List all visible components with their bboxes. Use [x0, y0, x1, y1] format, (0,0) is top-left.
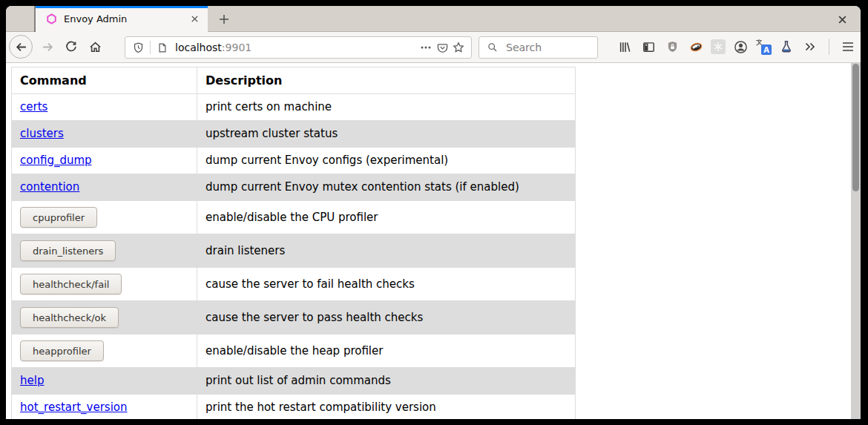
reload-button[interactable] — [59, 35, 83, 59]
titlebar-spacer — [6, 6, 36, 31]
command-cell: contention — [12, 174, 197, 201]
search-input[interactable] — [506, 42, 588, 53]
command-link[interactable]: help — [20, 374, 44, 387]
search-magnifier-icon — [484, 39, 501, 56]
privacy-badger-extension-icon[interactable] — [687, 38, 705, 56]
command-button[interactable]: drain_listeners — [20, 240, 116, 261]
search-box[interactable] — [479, 36, 598, 59]
page-content: Command Description certsprint certs on … — [6, 63, 861, 419]
command-cell: config_dump — [12, 148, 197, 174]
command-cell: cpuprofiler — [12, 201, 197, 234]
toolbar-right-icons: A — [616, 35, 857, 59]
command-button[interactable]: heapprofiler — [20, 340, 104, 361]
table-row: drain_listenersdrain listeners — [12, 234, 576, 268]
overflow-chevron-icon[interactable] — [801, 38, 819, 56]
url-text[interactable]: localhost:9901 — [175, 42, 418, 53]
command-cell: help — [12, 368, 197, 395]
command-cell: drain_listeners — [12, 234, 197, 268]
command-description: drain listeners — [197, 234, 576, 268]
pocket-icon[interactable] — [434, 39, 450, 56]
urlbar-separator — [150, 41, 151, 54]
command-description: cause the server to pass health checks — [197, 301, 576, 335]
command-button[interactable]: healthcheck/ok — [20, 307, 119, 328]
sidebar-icon[interactable] — [640, 38, 657, 56]
scrollbar-thumb[interactable] — [852, 64, 859, 191]
url-bar[interactable]: localhost:9901 — [125, 36, 472, 59]
command-cell: clusters — [12, 121, 197, 148]
library-icon[interactable] — [616, 38, 634, 56]
vertical-scrollbar[interactable] — [851, 63, 861, 419]
shield-lock-extension-icon[interactable] — [663, 38, 681, 56]
command-description: print the hot restart compatibility vers… — [197, 395, 576, 420]
command-description: enable/disable the CPU profiler — [197, 201, 576, 234]
home-button[interactable] — [83, 35, 107, 59]
command-link[interactable]: clusters — [20, 127, 64, 140]
table-row: hot_restart_versionprint the hot restart… — [12, 395, 576, 420]
command-description: dump current Envoy configs (experimental… — [197, 148, 576, 174]
command-cell: hot_restart_version — [12, 395, 197, 420]
page-actions-dots-icon[interactable] — [418, 39, 434, 56]
envoy-favicon-icon — [46, 13, 57, 24]
table-header-row: Command Description — [12, 67, 576, 94]
table-row: helpprint out list of admin commands — [12, 368, 576, 395]
admin-command-table: Command Description certsprint certs on … — [11, 67, 576, 419]
command-button[interactable]: healthcheck/fail — [20, 274, 122, 294]
tab-close-icon[interactable] — [187, 12, 202, 27]
translate-a-glyph: A — [761, 45, 772, 55]
command-description: upstream cluster status — [197, 121, 576, 148]
table-row: healthcheck/failcause the server to fail… — [12, 268, 576, 301]
tracking-protection-shield-icon[interactable] — [130, 39, 146, 56]
table-row: config_dumpdump current Envoy configs (e… — [12, 148, 576, 174]
url-port: :9901 — [222, 42, 251, 53]
command-table-body: certsprint certs on machineclustersupstr… — [12, 94, 576, 420]
table-row: healthcheck/okcause the server to pass h… — [12, 301, 576, 335]
menu-icon[interactable] — [839, 38, 857, 56]
command-description: cause the server to fail health checks — [197, 268, 576, 301]
table-row: contentiondump current Envoy mutex conte… — [12, 174, 576, 201]
command-link[interactable]: hot_restart_version — [20, 401, 128, 414]
bookmark-star-icon[interactable] — [450, 39, 467, 56]
command-description: enable/disable the heap profiler — [197, 335, 576, 368]
snowflake-extension-icon[interactable] — [711, 39, 726, 54]
command-cell: heapprofiler — [12, 335, 197, 368]
command-description: dump current Envoy mutex contention stat… — [197, 174, 576, 201]
table-row: heapprofilerenable/disable the heap prof… — [12, 335, 576, 368]
tab-bar: Envoy Admin — [6, 6, 861, 32]
command-cell: certs — [12, 94, 197, 121]
command-description: print certs on machine — [197, 94, 576, 121]
browser-window: Envoy Admin — [6, 6, 861, 419]
url-host: localhost — [175, 42, 222, 53]
translate-extension-icon[interactable]: A — [755, 39, 772, 55]
command-button[interactable]: cpuprofiler — [20, 207, 97, 228]
table-row: cpuprofilerenable/disable the CPU profil… — [12, 201, 576, 234]
toolbar-separator — [829, 39, 829, 55]
table-row: certsprint certs on machine — [12, 94, 576, 121]
flask-extension-icon[interactable] — [777, 38, 795, 56]
navigation-toolbar: localhost:9901 — [6, 32, 861, 63]
command-description: print out list of admin commands — [197, 368, 576, 395]
command-link[interactable]: config_dump — [20, 154, 92, 167]
page-icon[interactable] — [154, 39, 171, 56]
table-row: clustersupstream cluster status — [12, 121, 576, 148]
forward-button[interactable] — [36, 35, 59, 59]
command-link[interactable]: contention — [20, 180, 79, 194]
command-link[interactable]: certs — [20, 100, 47, 113]
window-close-button[interactable] — [832, 12, 852, 27]
column-header-command: Command — [12, 67, 197, 94]
account-icon[interactable] — [731, 38, 749, 56]
back-button[interactable] — [9, 35, 33, 59]
command-cell: healthcheck/fail — [12, 268, 197, 301]
column-header-description: Description — [197, 67, 576, 94]
tab-title: Envoy Admin — [64, 13, 187, 24]
tab-envoy-admin[interactable]: Envoy Admin — [36, 6, 208, 32]
new-tab-button[interactable] — [212, 8, 236, 30]
command-cell: healthcheck/ok — [12, 301, 197, 335]
